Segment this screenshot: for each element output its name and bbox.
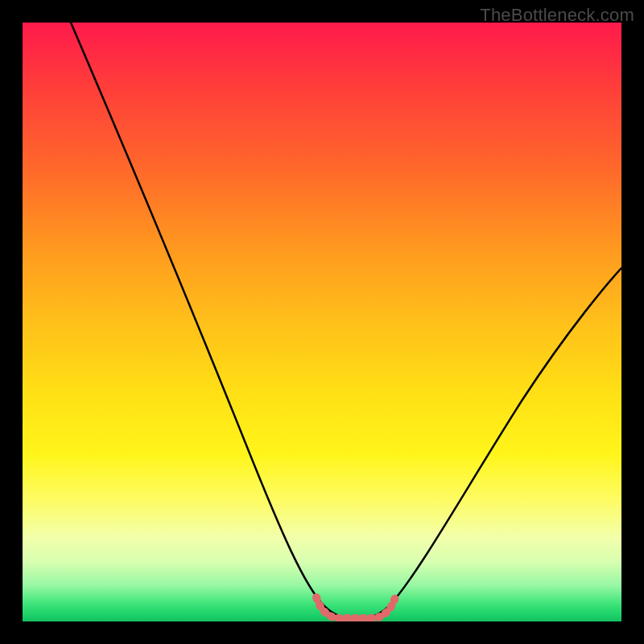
curve-layer: [23, 23, 621, 621]
chart-frame: TheBottleneck.com: [0, 0, 644, 644]
bottleneck-curve: [71, 23, 621, 618]
plot-area: [23, 23, 621, 621]
sweet-spot-marker: [316, 597, 395, 618]
watermark-text: TheBottleneck.com: [480, 5, 634, 26]
